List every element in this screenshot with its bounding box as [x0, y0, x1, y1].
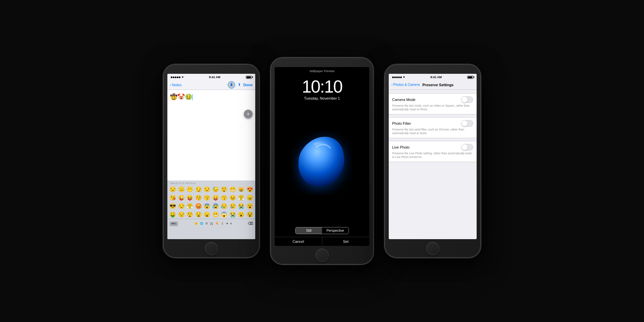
cancel-label: Cancel	[292, 239, 304, 244]
emoji-cell[interactable]: 😓	[212, 185, 220, 194]
settings-row-inner-2: Photo Filter	[392, 120, 473, 127]
notes-avatar[interactable]: 👤	[228, 81, 235, 89]
emoji-cell[interactable]: 😤	[186, 202, 194, 210]
settings-back-label: Photos & Camera	[393, 83, 420, 87]
emoji-cell[interactable]: 😜	[177, 194, 186, 202]
emoji-icon[interactable]: 🙂	[195, 222, 198, 225]
settings-row-inner-1: Camera Mode	[392, 96, 473, 103]
photo-filter-toggle[interactable]	[461, 120, 473, 127]
settings-row-photo-filter: Photo Filter Preserve the last used filt…	[389, 117, 477, 138]
emoji-cell[interactable]: 😒	[177, 211, 186, 219]
emoji-cell[interactable]: 😗	[220, 194, 228, 202]
emoji-cell[interactable]: 😢	[229, 202, 237, 210]
emoji-cell[interactable]: 😠	[246, 194, 254, 202]
camera-mode-toggle[interactable]	[461, 96, 473, 103]
emoji-cell[interactable]: 😥	[220, 202, 228, 210]
wifi-icon-3: ▾	[403, 75, 405, 79]
toggle-still[interactable]: Still	[296, 227, 322, 234]
emoji-cell[interactable]: 😮	[246, 202, 254, 210]
home-button-3[interactable]	[426, 242, 439, 255]
signal-dot	[171, 76, 172, 78]
blue-blob-svg	[292, 131, 352, 195]
emoji-cell[interactable]: 😙	[203, 194, 211, 202]
text-cursor	[192, 94, 193, 100]
notes-screen: ▾ 9:41 AM ‹ Notes	[167, 74, 255, 239]
emoji-cell[interactable]: 😭	[229, 211, 237, 219]
emoji-cell[interactable]: 😰	[212, 202, 220, 210]
signal-dot	[173, 76, 174, 78]
emoji-cell[interactable]: 🤑	[169, 211, 177, 219]
wallpaper-action-bar: Cancel Set	[275, 237, 369, 246]
settings-back-button[interactable]: ‹ Photos & Camera	[391, 83, 420, 87]
keyboard-abc-button[interactable]: ABC	[169, 221, 178, 226]
still-perspective-toggle[interactable]: Still Perspective	[295, 227, 349, 234]
emoji-cell[interactable]: 😚	[195, 194, 203, 202]
travel-icon[interactable]: ✈	[226, 222, 228, 225]
notes-content-area[interactable]: 🤠🤡🤢 +	[167, 90, 255, 180]
emoji-cell[interactable]: 😭	[237, 202, 246, 210]
signal-dot	[392, 76, 394, 78]
notes-done-label[interactable]: Done	[244, 83, 253, 87]
emoji-cell[interactable]: 😨	[203, 202, 211, 210]
share-icon-1[interactable]: ⬆	[238, 83, 241, 87]
emoji-cell[interactable]: 😲	[186, 211, 194, 219]
home-button-2[interactable]	[315, 249, 329, 262]
emoji-cell[interactable]: 😲	[220, 185, 228, 194]
emoji-cell[interactable]: 😮	[237, 211, 246, 219]
live-photo-toggle[interactable]	[461, 144, 473, 151]
emoji-cell[interactable]: 😍	[246, 185, 254, 194]
emoji-cell[interactable]: 😎	[169, 202, 177, 210]
signal-dot	[398, 76, 400, 78]
notes-back-label: Notes	[172, 83, 182, 87]
settings-phone-screen: ▾ 9:41 AM ‹ Photos & Camera Pres	[389, 74, 477, 239]
back-chevron-icon-3: ‹	[391, 83, 392, 87]
wallpaper-cancel-button[interactable]: Cancel	[275, 237, 322, 246]
settings-row-live-photo: Live Photo Preserve the Live Photo setti…	[389, 141, 477, 162]
emoji-cell[interactable]: 😝	[186, 194, 194, 202]
live-photo-label: Live Photo	[392, 145, 410, 149]
emoji-cell[interactable]: 😶	[186, 185, 194, 194]
signal-dots-1	[171, 76, 180, 78]
food-icon[interactable]: 🍕	[215, 222, 219, 225]
phone-top-bar-2	[271, 58, 373, 67]
avatar-icon: 👤	[230, 83, 233, 86]
wallpaper-screen: Wallpaper Preview 10:10 Tuesday, Novembe…	[275, 67, 369, 246]
emoji-cell[interactable]: 😑	[177, 185, 186, 194]
signal-dot	[400, 76, 402, 78]
notes-emoji-text: 🤠🤡🤢	[170, 93, 253, 102]
emoji-cell[interactable]: 😒	[169, 185, 177, 194]
emoji-cell[interactable]: 😦	[203, 211, 211, 219]
emoji-cell[interactable]: 😸	[237, 185, 246, 194]
wifi-icon-1: ▾	[182, 75, 183, 79]
emoji-cell[interactable]: 😵	[246, 211, 254, 219]
camera-dot-1	[201, 68, 203, 70]
toggle-perspective[interactable]: Perspective	[322, 227, 348, 234]
emoji-cell[interactable]: 😤	[237, 194, 246, 202]
emoji-cell[interactable]: 😣	[229, 194, 237, 202]
keyboard-delete-icon[interactable]: ⌫	[248, 221, 253, 226]
activity-icon[interactable]: 🏃	[221, 222, 224, 225]
notes-back-button[interactable]: ‹ Notes	[170, 83, 181, 87]
phones-container: ▾ 9:41 AM ‹ Notes	[156, 50, 488, 272]
globe-icon[interactable]: 🌐	[200, 222, 203, 225]
object-icon[interactable]: ⚽	[210, 222, 213, 225]
notes-plus-button[interactable]: +	[244, 110, 253, 118]
wallpaper-controls: Still Perspective	[275, 224, 369, 237]
signal-dot	[177, 76, 178, 78]
home-button-1[interactable]	[205, 242, 218, 255]
emoji-keyboard[interactable]: SMILEYS & PEOPLE 😒 😑 😶 😏 😒 😓 😲 😬 😸 😍 😘	[167, 180, 255, 239]
emoji-cell[interactable]: 😧	[195, 211, 203, 219]
wallpaper-set-button[interactable]: Set	[322, 237, 370, 246]
emoji-cell[interactable]: 😛	[212, 194, 220, 202]
emoji-cell[interactable]: 😱	[220, 211, 228, 219]
signal-dot	[394, 76, 396, 78]
emoji-cell[interactable]: 😬	[229, 185, 237, 194]
emoji-cell[interactable]: 😘	[169, 194, 177, 202]
emoji-cell[interactable]: 😒	[177, 202, 186, 210]
emoji-cell[interactable]: 😒	[203, 185, 211, 194]
time-icon[interactable]: ⏱	[205, 222, 208, 225]
symbol-icon[interactable]: #	[230, 222, 232, 225]
emoji-cell[interactable]: 😏	[195, 185, 203, 194]
emoji-cell[interactable]: 😬	[212, 211, 220, 219]
emoji-cell[interactable]: 😡	[195, 202, 203, 210]
